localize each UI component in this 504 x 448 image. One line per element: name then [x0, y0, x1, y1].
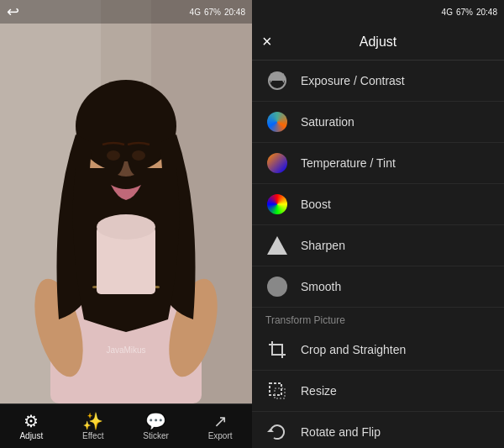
battery-right: 67% — [456, 8, 473, 17]
section-transform-header: Transform Picture — [252, 308, 504, 329]
rotate-icon — [267, 422, 287, 442]
resize-label: Resize — [301, 384, 337, 398]
bottom-toolbar: ⚙ Adjust ✨ Effect 💬 Sticker ↗ Export — [0, 403, 252, 448]
toolbar-export[interactable]: ↗ Export — [208, 413, 233, 440]
svg-point-11 — [132, 150, 145, 161]
crop-icon — [267, 340, 287, 360]
left-panel: ↩ 4G 67% 20:48 — [0, 0, 252, 448]
panel-title: Adjust — [287, 34, 494, 50]
rotate-icon-wrapper — [265, 420, 289, 444]
sharpen-icon-wrapper — [265, 234, 289, 257]
menu-item-sharpen[interactable]: Sharpen — [252, 225, 504, 266]
menu-item-boost[interactable]: Boost — [252, 184, 504, 225]
woman-image — [0, 0, 252, 403]
menu-item-smooth[interactable]: Smooth — [252, 266, 504, 308]
toolbar-sticker[interactable]: 💬 Sticker — [143, 413, 169, 440]
svg-rect-21 — [270, 383, 281, 395]
battery-text: 67% — [204, 8, 221, 17]
status-bar-right: 4G 67% 20:48 — [252, 0, 504, 24]
sticker-icon: 💬 — [145, 413, 166, 430]
right-panel: 4G 67% 20:48 × Adjust Exposur — [252, 0, 504, 448]
temperature-icon-wrapper — [265, 151, 289, 175]
menu-list: Exposure / Contrast Saturation Temperatu… — [252, 61, 504, 448]
toolbar-adjust[interactable]: ⚙ Adjust — [19, 413, 43, 440]
saturation-icon-wrapper — [265, 110, 289, 134]
menu-item-crop[interactable]: Crop and Straighten — [252, 329, 504, 371]
back-icon[interactable]: ↩ — [7, 3, 19, 21]
signal-text-right: 4G — [442, 8, 453, 17]
smooth-icon — [267, 277, 287, 297]
crop-icon-wrapper — [265, 338, 289, 361]
watermark: JavaMikus — [0, 345, 252, 355]
menu-item-temperature[interactable]: Temperature / Tint — [252, 143, 504, 184]
toolbar-effect[interactable]: ✨ Effect — [82, 413, 103, 440]
status-icons-right: 4G 67% 20:48 — [442, 8, 497, 17]
menu-item-exposure[interactable]: Exposure / Contrast — [252, 61, 504, 102]
exposure-icon — [267, 71, 287, 91]
exposure-icon-wrapper — [265, 69, 289, 92]
export-icon: ↗ — [213, 413, 228, 430]
svg-rect-22 — [275, 388, 285, 398]
svg-point-10 — [107, 150, 120, 161]
adjust-icon: ⚙ — [24, 413, 39, 430]
effect-icon: ✨ — [82, 413, 103, 430]
smooth-icon-wrapper — [265, 275, 289, 298]
exposure-label: Exposure / Contrast — [301, 74, 405, 87]
temperature-label: Temperature / Tint — [301, 156, 396, 170]
photo-area: JavaMikus — [0, 0, 252, 403]
svg-point-9 — [76, 80, 176, 172]
boost-icon — [267, 194, 287, 214]
sticker-label: Sticker — [143, 431, 169, 440]
time-right: 20:48 — [476, 8, 497, 17]
boost-label: Boost — [301, 198, 331, 211]
boost-icon-wrapper — [265, 192, 289, 216]
adjust-label: Adjust — [19, 431, 43, 440]
menu-item-rotate[interactable]: Rotate and Flip — [252, 412, 504, 448]
status-bar-left: ↩ 4G 67% 20:48 — [0, 0, 252, 24]
adjust-header: × Adjust — [252, 24, 504, 61]
svg-marker-23 — [267, 429, 274, 432]
status-icons-left: 4G 67% 20:48 — [190, 8, 245, 17]
menu-item-saturation[interactable]: Saturation — [252, 102, 504, 143]
menu-item-resize[interactable]: Resize — [252, 371, 504, 412]
effect-label: Effect — [82, 431, 103, 440]
svg-point-14 — [97, 214, 155, 240]
signal-text: 4G — [190, 8, 201, 17]
resize-icon — [267, 381, 287, 401]
sharpen-label: Sharpen — [301, 239, 345, 252]
export-label: Export — [208, 431, 233, 440]
smooth-label: Smooth — [301, 280, 341, 293]
time-text-left: 20:48 — [224, 8, 245, 17]
close-button[interactable]: × — [262, 32, 287, 51]
resize-icon-wrapper — [265, 379, 289, 403]
crop-label: Crop and Straighten — [301, 343, 406, 356]
temperature-icon — [267, 153, 287, 173]
rotate-label: Rotate and Flip — [301, 425, 381, 439]
saturation-icon — [267, 112, 287, 132]
saturation-label: Saturation — [301, 115, 354, 129]
sharpen-icon — [267, 236, 287, 255]
